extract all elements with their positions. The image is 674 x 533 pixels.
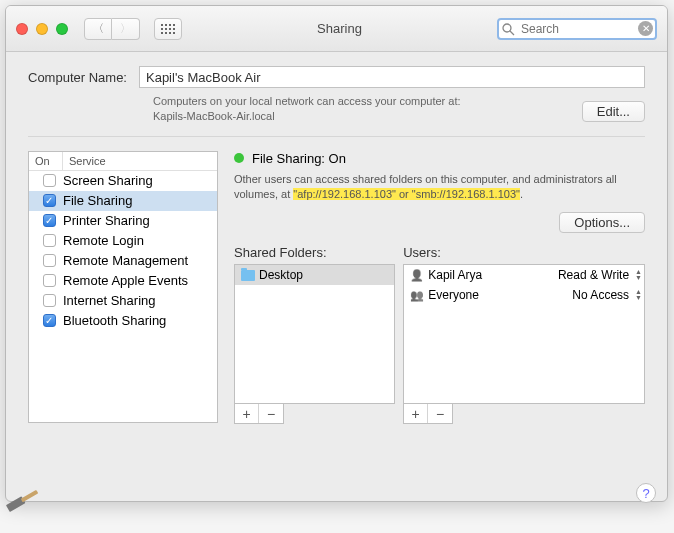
service-checkbox[interactable] xyxy=(43,234,56,247)
service-checkbox[interactable] xyxy=(43,174,56,187)
search-icon xyxy=(502,22,515,40)
service-checkbox[interactable] xyxy=(43,194,56,207)
folder-label: Desktop xyxy=(259,268,303,282)
header-on[interactable]: On xyxy=(29,152,63,170)
status-line: File Sharing: On xyxy=(234,151,645,166)
sharing-preferences-window: 〈 〉 Sharing ✕ Computer Name: Computers o… xyxy=(5,5,668,502)
chevron-left-icon: 〈 xyxy=(93,21,104,36)
subtext-line1: Computers on your local network can acce… xyxy=(153,95,461,107)
chevron-down-icon[interactable]: ▼ xyxy=(635,275,642,281)
users-header: Users: xyxy=(403,245,645,260)
service-item[interactable]: Printer Sharing xyxy=(29,211,217,231)
service-item[interactable]: Internet Sharing xyxy=(29,291,217,311)
traffic-lights xyxy=(16,23,68,35)
options-button[interactable]: Options... xyxy=(559,212,645,233)
service-label: Remote Management xyxy=(63,253,217,268)
desc-post: . xyxy=(520,188,523,200)
status-description: Other users can access shared folders on… xyxy=(234,172,645,203)
desc-addresses: "afp://192.168.1.103" or "smb://192.168.… xyxy=(293,188,520,200)
service-label: Bluetooth Sharing xyxy=(63,313,217,328)
users-footer: + − xyxy=(403,404,453,424)
computer-name-subtext-row: Computers on your local network can acce… xyxy=(28,94,645,124)
clear-search-button[interactable]: ✕ xyxy=(638,21,653,36)
service-label: Internet Sharing xyxy=(63,293,217,308)
shared-folders-footer: + − xyxy=(234,404,284,424)
status-title: File Sharing: On xyxy=(252,151,346,166)
service-checkbox[interactable] xyxy=(43,254,56,267)
user-name: Everyone xyxy=(428,288,568,302)
user-name: Kapil Arya xyxy=(428,268,554,282)
user-item[interactable]: 👥EveryoneNo Access▲▼ xyxy=(404,285,644,305)
window-title: Sharing xyxy=(190,21,489,36)
search-input[interactable] xyxy=(497,18,657,40)
users-list[interactable]: 👤Kapil AryaRead & Write▲▼👥EveryoneNo Acc… xyxy=(403,264,645,404)
service-label: Remote Login xyxy=(63,233,217,248)
help-button[interactable]: ? xyxy=(636,483,656,502)
permission-stepper[interactable]: ▲▼ xyxy=(635,289,642,301)
back-button[interactable]: 〈 xyxy=(84,18,112,40)
svg-line-1 xyxy=(510,31,514,35)
service-checkbox[interactable] xyxy=(43,314,56,327)
search-field-wrap: ✕ xyxy=(497,18,657,40)
service-label: Screen Sharing xyxy=(63,173,217,188)
permission-stepper[interactable]: ▲▼ xyxy=(635,269,642,281)
edit-button[interactable]: Edit... xyxy=(582,101,645,122)
titlebar: 〈 〉 Sharing ✕ xyxy=(6,6,667,52)
user-permission[interactable]: Read & Write xyxy=(558,268,629,282)
grid-icon xyxy=(161,24,175,34)
service-checkbox[interactable] xyxy=(43,274,56,287)
service-item[interactable]: Remote Login xyxy=(29,231,217,251)
chevron-right-icon: 〉 xyxy=(120,21,131,36)
forward-button: 〉 xyxy=(112,18,140,40)
main-row: On Service Screen SharingFile SharingPri… xyxy=(28,151,645,425)
users-column: Users: 👤Kapil AryaRead & Write▲▼👥Everyon… xyxy=(403,245,645,424)
service-item[interactable]: File Sharing xyxy=(29,191,217,211)
folder-icon xyxy=(241,270,255,281)
chevron-down-icon[interactable]: ▼ xyxy=(635,295,642,301)
show-all-button[interactable] xyxy=(154,18,182,40)
user-item[interactable]: 👤Kapil AryaRead & Write▲▼ xyxy=(404,265,644,285)
close-icon[interactable] xyxy=(16,23,28,35)
add-user-button[interactable]: + xyxy=(404,404,428,423)
remove-folder-button[interactable]: − xyxy=(259,404,283,423)
service-label: Remote Apple Events xyxy=(63,273,217,288)
services-list: On Service Screen SharingFile SharingPri… xyxy=(28,151,218,423)
subtext-line2: Kapils-MacBook-Air.local xyxy=(153,110,275,122)
computer-name-subtext: Computers on your local network can acce… xyxy=(153,94,582,124)
nav-buttons: 〈 〉 xyxy=(84,18,140,40)
add-folder-button[interactable]: + xyxy=(235,404,259,423)
minimize-icon[interactable] xyxy=(36,23,48,35)
computer-name-input[interactable] xyxy=(139,66,645,88)
service-item[interactable]: Remote Management xyxy=(29,251,217,271)
user-permission[interactable]: No Access xyxy=(572,288,629,302)
service-item[interactable]: Bluetooth Sharing xyxy=(29,311,217,331)
status-indicator-icon xyxy=(234,153,244,163)
svg-point-0 xyxy=(503,24,511,32)
folder-item[interactable]: Desktop xyxy=(235,265,394,285)
services-header: On Service xyxy=(29,152,217,171)
shared-folders-header: Shared Folders: xyxy=(234,245,395,260)
divider xyxy=(28,136,645,137)
service-item[interactable]: Screen Sharing xyxy=(29,171,217,191)
svg-rect-3 xyxy=(21,490,39,502)
computer-name-row: Computer Name: xyxy=(28,66,645,88)
remove-user-button[interactable]: − xyxy=(428,404,452,423)
folders-users-row: Shared Folders: Desktop + − Users: 👤Kapi… xyxy=(234,245,645,424)
detail-panel: File Sharing: On Other users can access … xyxy=(234,151,645,425)
header-service[interactable]: Service xyxy=(63,152,217,170)
zoom-icon[interactable] xyxy=(56,23,68,35)
shared-folders-list[interactable]: Desktop xyxy=(234,264,395,404)
content-area: Computer Name: Computers on your local n… xyxy=(6,52,667,442)
person-icon: 👤 xyxy=(410,269,424,282)
services-panel: On Service Screen SharingFile SharingPri… xyxy=(28,151,218,425)
shared-folders-column: Shared Folders: Desktop + − xyxy=(234,245,395,424)
service-checkbox[interactable] xyxy=(43,294,56,307)
service-label: File Sharing xyxy=(63,193,217,208)
computer-name-label: Computer Name: xyxy=(28,70,127,85)
group-icon: 👥 xyxy=(410,289,424,302)
service-label: Printer Sharing xyxy=(63,213,217,228)
service-item[interactable]: Remote Apple Events xyxy=(29,271,217,291)
service-checkbox[interactable] xyxy=(43,214,56,227)
